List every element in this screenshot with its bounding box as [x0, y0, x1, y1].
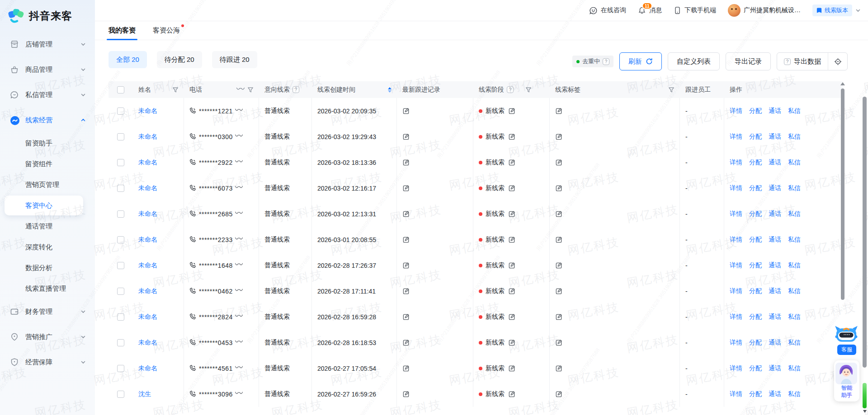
edit-tags-icon[interactable]	[555, 261, 563, 269]
action-assign-link[interactable]: 分配	[749, 364, 762, 373]
action-call-link[interactable]: 通话	[769, 390, 781, 398]
action-private-message-link[interactable]: 私信	[788, 133, 801, 141]
action-private-message-link[interactable]: 私信	[788, 107, 801, 115]
action-private-message-link[interactable]: 私信	[788, 261, 801, 270]
action-assign-link[interactable]: 分配	[749, 184, 762, 192]
edit-record-icon[interactable]	[402, 159, 410, 166]
customer-service-widget[interactable]: 客服	[834, 324, 860, 355]
filter-chip-unassigned[interactable]: 待分配 20	[157, 51, 202, 68]
action-detail-link[interactable]: 详情	[730, 210, 742, 218]
action-call-link[interactable]: 通话	[769, 364, 781, 373]
account-menu[interactable]: 广州捷翼豹机械设…	[728, 4, 801, 17]
reveal-phone-glasses-icon[interactable]	[235, 211, 243, 216]
action-assign-link[interactable]: 分配	[749, 261, 762, 270]
action-private-message-link[interactable]: 私信	[788, 159, 801, 167]
messages-button[interactable]: 11 消息	[638, 6, 662, 14]
action-assign-link[interactable]: 分配	[749, 339, 762, 347]
edit-tags-icon[interactable]	[555, 339, 563, 346]
reveal-phone-glasses-icon[interactable]	[235, 134, 243, 139]
filter-funnel-icon[interactable]	[668, 87, 675, 93]
row-checkbox[interactable]	[117, 339, 124, 346]
action-assign-link[interactable]: 分配	[749, 133, 762, 141]
action-private-message-link[interactable]: 私信	[788, 287, 801, 295]
action-call-link[interactable]: 通话	[769, 107, 781, 115]
filter-chip-all[interactable]: 全部 20	[108, 51, 147, 68]
action-private-message-link[interactable]: 私信	[788, 339, 801, 347]
sidebar-subitem-lead-assistant[interactable]: 留资助手	[0, 133, 95, 154]
edit-record-icon[interactable]	[402, 236, 410, 243]
row-checkbox[interactable]	[117, 185, 124, 192]
tab-my-leads[interactable]: 我的客资	[108, 21, 136, 40]
sidebar-item-finance[interactable]: 财务管理	[0, 299, 95, 324]
lead-name-link[interactable]: 未命名	[138, 313, 157, 321]
page-scrollbar[interactable]	[863, 97, 867, 368]
edit-record-icon[interactable]	[402, 261, 410, 269]
action-assign-link[interactable]: 分配	[749, 236, 762, 244]
action-detail-link[interactable]: 详情	[730, 184, 742, 192]
online-service-button[interactable]: 在线咨询	[589, 6, 626, 15]
export-data-button[interactable]: ? 导出数据	[777, 57, 828, 66]
lead-name-link[interactable]: 未命名	[138, 184, 157, 192]
reveal-phone-glasses-icon[interactable]	[235, 392, 243, 396]
row-checkbox[interactable]	[117, 313, 124, 321]
export-settings-button[interactable]	[828, 58, 847, 65]
table-scroll-up-arrow[interactable]	[840, 82, 845, 85]
action-private-message-link[interactable]: 私信	[788, 313, 801, 321]
sidebar-subitem-data-analysis[interactable]: 数据分析	[0, 257, 95, 278]
sidebar-subitem-lead-component[interactable]: 留资组件	[0, 154, 95, 174]
action-call-link[interactable]: 通话	[769, 313, 781, 321]
lead-name-link[interactable]: 未命名	[138, 133, 157, 141]
edit-stage-icon[interactable]	[508, 339, 516, 346]
action-private-message-link[interactable]: 私信	[788, 184, 801, 192]
table-scrollbar[interactable]	[841, 89, 844, 300]
row-checkbox[interactable]	[117, 133, 124, 140]
lead-name-link[interactable]: 未命名	[138, 261, 157, 270]
lead-name-link[interactable]: 未命名	[138, 210, 157, 218]
sidebar-item-leads[interactable]: 线索经营	[0, 107, 95, 133]
sidebar-subitem-live-leads[interactable]: 线索直播管理	[0, 278, 95, 299]
edit-record-icon[interactable]	[402, 313, 410, 321]
lead-name-link[interactable]: 未命名	[138, 107, 157, 115]
filter-chip-to-follow[interactable]: 待跟进 20	[212, 51, 257, 68]
edit-tags-icon[interactable]	[555, 364, 563, 372]
sidebar-subitem-marketing-pages[interactable]: 营销页管理	[0, 174, 95, 195]
edit-record-icon[interactable]	[402, 339, 410, 346]
action-private-message-link[interactable]: 私信	[788, 236, 801, 244]
row-checkbox[interactable]	[117, 262, 124, 269]
filter-funnel-icon[interactable]	[172, 87, 179, 93]
sidebar-item-protection[interactable]: 经营保障	[0, 350, 95, 375]
lead-name-link[interactable]: 未命名	[138, 159, 157, 167]
action-assign-link[interactable]: 分配	[749, 313, 762, 321]
filter-funnel-icon[interactable]	[247, 87, 254, 93]
sidebar-item-store[interactable]: 店铺管理	[0, 32, 95, 57]
select-all-checkbox[interactable]	[117, 86, 124, 93]
reveal-phone-glasses-icon[interactable]	[235, 289, 243, 294]
edit-stage-icon[interactable]	[508, 390, 516, 398]
edit-stage-icon[interactable]	[508, 210, 516, 218]
action-private-message-link[interactable]: 私信	[788, 210, 801, 218]
reveal-phone-glasses-icon[interactable]	[235, 160, 243, 165]
edit-record-icon[interactable]	[402, 287, 410, 295]
sidebar-subitem-deep-conversion[interactable]: 深度转化	[0, 237, 95, 257]
edit-tags-icon[interactable]	[555, 133, 563, 140]
reveal-phone-glasses-icon[interactable]	[235, 366, 243, 371]
action-detail-link[interactable]: 详情	[730, 390, 742, 398]
reveal-phone-glasses-icon[interactable]	[235, 314, 243, 319]
edit-record-icon[interactable]	[402, 390, 410, 398]
lead-name-link[interactable]: 未命名	[138, 236, 157, 244]
edit-record-icon[interactable]	[402, 184, 410, 192]
download-app-button[interactable]: 下载手机端	[674, 6, 716, 14]
edit-tags-icon[interactable]	[555, 287, 563, 295]
edit-stage-icon[interactable]	[508, 133, 516, 140]
export-records-button[interactable]: 导出记录	[726, 52, 771, 70]
page-scroll-down-arrow[interactable]	[863, 410, 867, 413]
action-call-link[interactable]: 通话	[769, 261, 781, 270]
edit-record-icon[interactable]	[402, 364, 410, 372]
action-call-link[interactable]: 通话	[769, 210, 781, 218]
edit-tags-icon[interactable]	[555, 184, 563, 192]
sidebar-item-private-message[interactable]: 私信管理	[0, 82, 95, 107]
customize-columns-button[interactable]: 自定义列表	[668, 52, 720, 70]
row-checkbox[interactable]	[117, 210, 124, 218]
sort-toggle[interactable]	[388, 87, 392, 93]
sidebar-subitem-customer-center[interactable]: 客资中心	[5, 196, 83, 215]
